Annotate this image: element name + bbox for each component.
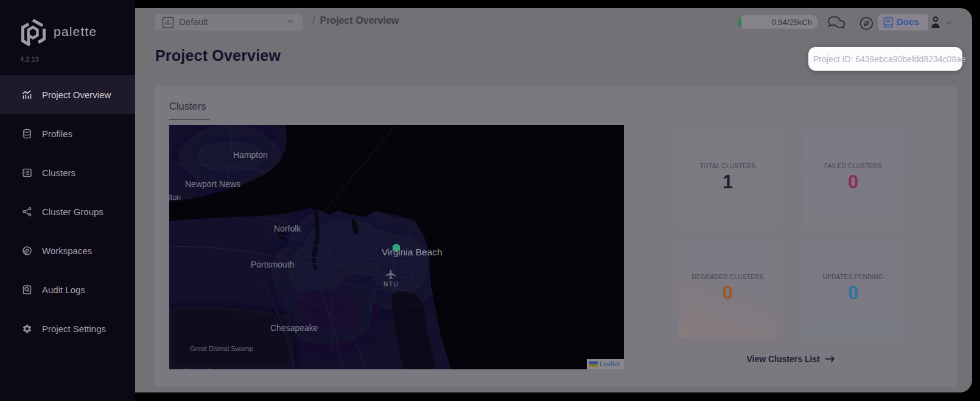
svg-text:NTU: NTU <box>383 281 399 288</box>
svg-text:llton: llton <box>169 193 181 202</box>
svg-text:Chesapeake: Chesapeake <box>270 323 318 333</box>
svg-text:reat Dismal Swamp: reat Dismal Swamp <box>171 367 229 369</box>
svg-text:Great Dismal Swamp: Great Dismal Swamp <box>190 345 253 352</box>
svg-text:Hampton: Hampton <box>233 150 268 160</box>
svg-text:Norfolk: Norfolk <box>274 224 301 233</box>
svg-text:Newport News: Newport News <box>185 179 240 189</box>
svg-text:Virginia Beach: Virginia Beach <box>382 247 443 257</box>
svg-text:Portsmouth: Portsmouth <box>251 260 295 269</box>
